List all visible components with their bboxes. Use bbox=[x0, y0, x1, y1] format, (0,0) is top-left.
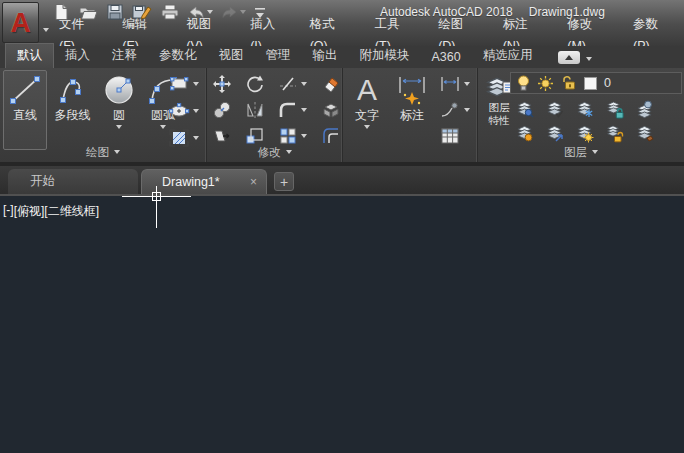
leader-button[interactable] bbox=[439, 98, 470, 122]
stretch-icon bbox=[212, 126, 232, 146]
open-file-button[interactable] bbox=[78, 2, 98, 22]
layer-previous-icon[interactable] bbox=[635, 100, 655, 120]
viewport-view-control[interactable]: [俯视] bbox=[14, 203, 45, 220]
undo-icon bbox=[188, 4, 205, 20]
rectangle-button[interactable] bbox=[168, 72, 199, 96]
customize-quick-access-button[interactable] bbox=[254, 2, 266, 22]
new-document-icon bbox=[52, 3, 70, 21]
draw-panel-expand-icon bbox=[114, 150, 120, 154]
layer-tools bbox=[510, 98, 660, 146]
layer-unlock-icon[interactable] bbox=[561, 75, 577, 91]
layer-match-icon[interactable] bbox=[545, 124, 565, 144]
ribbon-tab-featured-apps[interactable]: 精选应用 bbox=[472, 44, 544, 68]
file-tab-drawing1[interactable]: Drawing1* × bbox=[141, 169, 267, 194]
draw-panel-label[interactable]: 绘图 bbox=[0, 144, 206, 160]
undo-dropdown-icon[interactable] bbox=[207, 10, 213, 14]
ribbon-tab-home[interactable]: 默认 bbox=[5, 43, 54, 68]
ribbon-minimize-button[interactable] bbox=[558, 51, 580, 64]
rectangle-dropdown-icon[interactable] bbox=[193, 82, 199, 86]
layer-unisolate-icon[interactable] bbox=[515, 124, 535, 144]
layer-on-bulb-icon[interactable] bbox=[517, 75, 530, 92]
array-button[interactable] bbox=[278, 126, 307, 146]
array-icon bbox=[278, 126, 298, 146]
explode-button[interactable] bbox=[321, 100, 341, 120]
ribbon-tab-addins[interactable]: 附加模块 bbox=[349, 44, 421, 68]
circle-icon bbox=[102, 74, 136, 106]
viewport-visual-style-control[interactable]: [二维线框] bbox=[44, 203, 99, 220]
ribbon-tab-insert[interactable]: 插入 bbox=[54, 44, 101, 68]
drawing-canvas[interactable]: [-] [俯视] [二维线框] bbox=[0, 196, 684, 453]
text-label: 文字 bbox=[355, 107, 379, 124]
array-dropdown-icon[interactable] bbox=[301, 134, 307, 138]
leader-dropdown-icon[interactable] bbox=[464, 108, 470, 112]
ribbon-tab-a360[interactable]: A360 bbox=[421, 47, 472, 68]
layer-sun-icon[interactable] bbox=[537, 75, 554, 92]
annotation-panel: A 文字 标注 bbox=[343, 68, 478, 162]
new-tab-button[interactable]: + bbox=[274, 172, 294, 191]
ribbon-minimize-dropdown-icon[interactable] bbox=[586, 57, 592, 61]
dimension-button[interactable]: 标注 bbox=[389, 70, 435, 150]
file-tab-bar: 开始 Drawing1* × + bbox=[0, 166, 684, 196]
application-menu-dropdown-icon[interactable] bbox=[43, 28, 49, 32]
ribbon-tab-bar: 默认 插入 注释 参数化 视图 管理 输出 附加模块 A360 精选应用 bbox=[0, 46, 684, 68]
linear-dimension-button[interactable] bbox=[439, 72, 470, 96]
close-tab-icon[interactable]: × bbox=[250, 175, 257, 189]
hatch-dropdown-icon[interactable] bbox=[193, 136, 199, 140]
file-tab-start[interactable]: 开始 bbox=[8, 169, 138, 194]
quick-access-toolbar bbox=[52, 2, 266, 22]
layer-merge-icon[interactable] bbox=[635, 124, 655, 144]
arc-dropdown-icon[interactable] bbox=[160, 125, 166, 129]
move-button[interactable] bbox=[212, 74, 232, 94]
offset-icon bbox=[321, 126, 341, 146]
modify-panel-label[interactable]: 修改 bbox=[207, 144, 342, 160]
layer-lock-icon[interactable] bbox=[605, 100, 625, 120]
linear-dimension-dropdown-icon[interactable] bbox=[464, 82, 470, 86]
layer-panel-label[interactable]: 图层 bbox=[478, 144, 684, 160]
polyline-icon bbox=[56, 74, 90, 106]
layer-isolate-icon[interactable] bbox=[515, 100, 535, 120]
mirror-button[interactable] bbox=[245, 100, 265, 120]
layer-freeze-icon[interactable] bbox=[575, 100, 595, 120]
dimension-label: 标注 bbox=[400, 107, 424, 124]
ellipse-button[interactable] bbox=[168, 99, 199, 123]
line-button[interactable]: 直线 bbox=[3, 70, 47, 150]
circle-dropdown-icon[interactable] bbox=[116, 125, 122, 129]
undo-button[interactable] bbox=[188, 2, 213, 22]
redo-dropdown-icon[interactable] bbox=[240, 10, 246, 14]
layer-color-swatch[interactable] bbox=[584, 77, 597, 90]
scale-button[interactable] bbox=[245, 126, 265, 146]
ribbon-tab-manage[interactable]: 管理 bbox=[255, 44, 302, 68]
fillet-dropdown-icon[interactable] bbox=[301, 108, 307, 112]
ribbon-tab-parametric[interactable]: 参数化 bbox=[148, 44, 208, 68]
new-document-button[interactable] bbox=[52, 2, 70, 22]
trim-dropdown-icon[interactable] bbox=[301, 82, 307, 86]
trim-button[interactable] bbox=[278, 74, 307, 94]
layer-turn-all-on-icon[interactable] bbox=[575, 124, 595, 144]
erase-button[interactable] bbox=[321, 74, 341, 94]
plus-icon: + bbox=[280, 174, 288, 190]
copy-icon bbox=[212, 100, 232, 120]
ribbon-tab-annotate[interactable]: 注释 bbox=[101, 44, 148, 68]
erase-icon bbox=[321, 74, 341, 94]
save-as-button[interactable] bbox=[132, 2, 152, 22]
polyline-button[interactable]: 多段线 bbox=[48, 70, 97, 150]
redo-button[interactable] bbox=[221, 2, 246, 22]
application-menu-button[interactable]: A bbox=[2, 2, 39, 43]
plot-button[interactable] bbox=[160, 2, 180, 22]
rotate-button[interactable] bbox=[245, 74, 265, 94]
dimension-icon bbox=[394, 74, 430, 106]
ribbon-tab-view[interactable]: 视图 bbox=[208, 44, 255, 68]
layer-select-combo[interactable]: 0 bbox=[510, 72, 682, 94]
save-button[interactable] bbox=[106, 2, 124, 22]
ribbon-tab-output[interactable]: 输出 bbox=[302, 44, 349, 68]
fillet-button[interactable] bbox=[278, 100, 307, 120]
stretch-button[interactable] bbox=[212, 126, 232, 146]
text-dropdown-icon[interactable] bbox=[364, 125, 370, 129]
layer-make-current-icon[interactable] bbox=[545, 100, 565, 120]
ellipse-dropdown-icon[interactable] bbox=[193, 109, 199, 113]
viewport-menu-control[interactable]: [-] bbox=[3, 203, 14, 220]
layer-unlock-tool-icon[interactable] bbox=[605, 124, 625, 144]
offset-button[interactable] bbox=[321, 126, 341, 146]
draw-panel: 直线 多段线 圆 bbox=[0, 68, 207, 162]
copy-button[interactable] bbox=[212, 100, 232, 120]
